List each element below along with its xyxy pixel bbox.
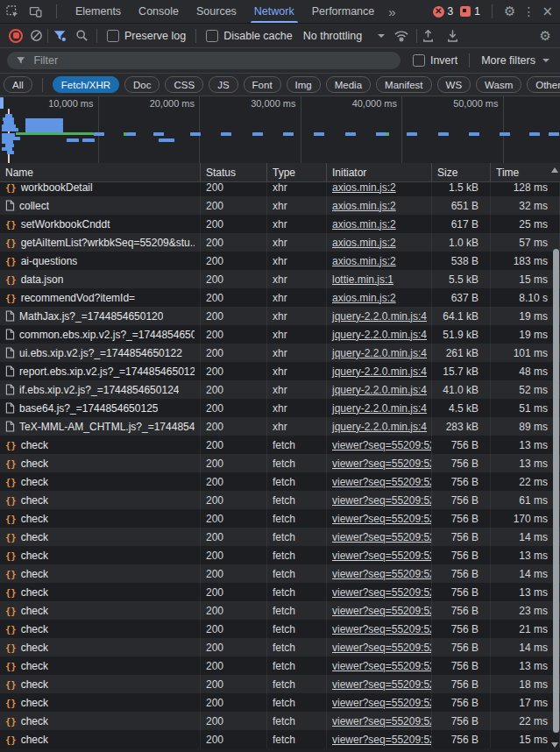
filter-input[interactable] bbox=[32, 53, 392, 67]
request-row[interactable]: {}check200fetchviewer?seq=55209:52756 B6… bbox=[0, 491, 560, 509]
network-settings-gear-icon[interactable]: ⚙ bbox=[540, 28, 555, 44]
initiator-link[interactable]: viewer?seq=55209:52 bbox=[332, 568, 432, 580]
import-har-icon[interactable] bbox=[422, 29, 435, 43]
initiator-link[interactable]: viewer?seq=55209:52 bbox=[332, 531, 432, 543]
throttling-select[interactable]: No throttling bbox=[303, 30, 385, 42]
more-tabs-button[interactable]: » bbox=[383, 4, 401, 19]
initiator-link[interactable]: viewer?seq=55209:52 bbox=[332, 550, 432, 562]
export-har-icon[interactable] bbox=[446, 29, 459, 43]
clear-network-log-icon[interactable] bbox=[30, 29, 43, 42]
console-errors-badge[interactable]: ✕ 3 bbox=[433, 5, 454, 18]
record-network-log-button[interactable] bbox=[9, 29, 23, 43]
initiator-link[interactable]: axios.min.js:2 bbox=[332, 292, 396, 304]
request-row[interactable]: {}check200fetchviewer?seq=55209:52756 B1… bbox=[0, 583, 560, 601]
column-header-name[interactable]: Name bbox=[0, 163, 201, 181]
initiator-link[interactable]: jquery-2.2.0.min.js:4 bbox=[332, 384, 427, 396]
chip-ws[interactable]: WS bbox=[437, 76, 471, 93]
initiator-link[interactable]: axios.min.js:2 bbox=[332, 237, 396, 249]
request-row[interactable]: {}ai-questions200xhraxios.min.js:2538 B1… bbox=[0, 252, 560, 270]
initiator-link[interactable]: viewer?seq=55209:52 bbox=[332, 697, 432, 709]
initiator-link[interactable]: viewer?seq=55209:52 bbox=[332, 476, 432, 488]
request-row[interactable]: TeX-MML-AM_CHTML.js?_=1744854...200xhrjq… bbox=[0, 417, 560, 436]
chip-font[interactable]: Font bbox=[244, 76, 281, 93]
request-row[interactable]: {}check200fetchviewer?seq=55209:52756 B1… bbox=[0, 436, 560, 454]
request-row[interactable]: {}check200fetchviewer?seq=55209:52756 B1… bbox=[0, 454, 560, 472]
chip-doc[interactable]: Doc bbox=[124, 76, 159, 93]
initiator-link[interactable]: jquery-2.2.0.min.js:4 bbox=[332, 402, 427, 415]
column-header-status[interactable]: Status bbox=[201, 163, 267, 181]
network-conditions-icon[interactable] bbox=[393, 29, 409, 43]
request-row[interactable]: report.ebs.xip.v2.js?_=1744854650123200x… bbox=[0, 362, 560, 380]
scrollbar-thumb[interactable] bbox=[553, 249, 559, 733]
request-row[interactable]: {}data.json200xhrlottie.min.js:15.5 kB15… bbox=[0, 270, 560, 288]
request-row[interactable]: {}check200fetchviewer?seq=55209:52756 B2… bbox=[0, 601, 560, 620]
chip-js[interactable]: JS bbox=[209, 76, 237, 93]
column-header-time[interactable]: Time bbox=[491, 163, 560, 181]
initiator-link[interactable]: axios.min.js:2 bbox=[332, 218, 396, 231]
request-row[interactable]: {}check200fetchviewer?seq=55209:52756 B1… bbox=[0, 564, 560, 583]
initiator-link[interactable]: viewer?seq=55209:52 bbox=[332, 642, 432, 654]
filter-funnel-icon[interactable] bbox=[53, 29, 67, 42]
request-row[interactable]: {}check200fetchviewer?seq=55209:52756 B2… bbox=[0, 620, 560, 638]
issues-badge[interactable]: 1 bbox=[460, 5, 480, 18]
request-row[interactable]: {}check200fetchviewer?seq=55209:52756 B1… bbox=[0, 675, 560, 693]
invert-filter-checkbox[interactable]: Invert bbox=[413, 54, 457, 67]
request-row[interactable]: {}check200fetchviewer?seq=55209:52756 B1… bbox=[0, 638, 560, 656]
search-icon[interactable] bbox=[75, 29, 89, 42]
scrollbar-up-arrow-icon[interactable] bbox=[551, 167, 558, 173]
inspect-element-icon[interactable] bbox=[5, 4, 19, 18]
initiator-link[interactable]: axios.min.js:2 bbox=[332, 181, 396, 194]
initiator-link[interactable]: jquery-2.2.0.min.js:4 bbox=[332, 310, 427, 323]
initiator-link[interactable]: jquery-2.2.0.min.js:4 bbox=[332, 421, 427, 433]
initiator-link[interactable]: jquery-2.2.0.min.js:4 bbox=[332, 329, 427, 341]
initiator-link[interactable]: lottie.min.js:1 bbox=[332, 273, 393, 286]
close-devtools-icon[interactable]: × bbox=[542, 4, 553, 19]
initiator-link[interactable]: viewer?seq=55209:52 bbox=[332, 513, 432, 525]
initiator-link[interactable]: viewer?seq=55209:52 bbox=[332, 458, 432, 470]
chip-css[interactable]: CSS bbox=[165, 76, 203, 93]
initiator-link[interactable]: viewer?seq=55209:52 bbox=[332, 715, 432, 727]
request-row[interactable]: if.ebs.xip.v2.js?_=1744854650124200xhrjq… bbox=[0, 380, 560, 399]
chip-media[interactable]: Media bbox=[326, 76, 371, 93]
network-overview-timeline[interactable]: 10,000 ms20,000 ms30,000 ms40,000 ms50,0… bbox=[0, 96, 560, 167]
request-row[interactable]: {}check200fetchviewer?seq=55209:52756 B1… bbox=[0, 546, 560, 564]
preserve-log-checkbox[interactable]: Preserve log bbox=[107, 30, 186, 42]
request-row[interactable]: {}check200fetchviewer?seq=55209:52756 B2… bbox=[0, 472, 560, 491]
column-header-type[interactable]: Type bbox=[267, 163, 327, 181]
initiator-link[interactable]: axios.min.js:2 bbox=[332, 200, 396, 212]
initiator-link[interactable]: axios.min.js:2 bbox=[332, 255, 396, 267]
initiator-link[interactable]: viewer?seq=55209:52 bbox=[332, 439, 432, 451]
settings-gear-icon[interactable]: ⚙ bbox=[504, 4, 515, 19]
request-row[interactable]: collect200xhraxios.min.js:2651 B32 ms bbox=[0, 196, 560, 215]
request-row[interactable]: common.ebs.xip.v2.js?_=1744854650...200x… bbox=[0, 325, 560, 344]
request-row[interactable]: base64.js?_=1744854650125200xhrjquery-2.… bbox=[0, 399, 560, 417]
initiator-link[interactable]: jquery-2.2.0.min.js:4 bbox=[332, 365, 427, 378]
request-row[interactable]: {}setWorkbookCnddt200xhraxios.min.js:261… bbox=[0, 215, 560, 233]
tab-console[interactable]: Console bbox=[130, 0, 188, 23]
request-row[interactable]: {}check200fetchviewer?seq=55209:52756 B1… bbox=[0, 528, 560, 546]
request-row[interactable]: ui.ebs.xip.v2.js?_=1744854650122200xhrjq… bbox=[0, 344, 560, 362]
initiator-link[interactable]: viewer?seq=55209:52 bbox=[332, 605, 432, 617]
tab-performance[interactable]: Performance bbox=[303, 0, 384, 23]
column-header-size[interactable]: Size bbox=[432, 163, 491, 181]
request-row[interactable]: {}check200fetchviewer?seq=55209:52756 B2… bbox=[0, 712, 560, 730]
chip-other[interactable]: Other bbox=[527, 76, 560, 93]
initiator-link[interactable]: viewer?seq=55209:52 bbox=[332, 623, 432, 635]
initiator-link[interactable]: viewer?seq=55209:52 bbox=[332, 586, 432, 599]
chip-fetchxhr[interactable]: Fetch/XHR bbox=[53, 76, 119, 93]
request-row[interactable]: {}getAiItemList?wrkbkSeq=55209&stu...200… bbox=[0, 233, 560, 252]
initiator-link[interactable]: viewer?seq=55209:52 bbox=[332, 678, 432, 691]
request-row[interactable]: {}check200fetchviewer?seq=55209:52756 B1… bbox=[0, 509, 560, 528]
device-toolbar-icon[interactable] bbox=[28, 4, 43, 18]
chip-all[interactable]: All bbox=[4, 76, 32, 93]
kebab-menu-icon[interactable]: ⋮ bbox=[522, 4, 535, 18]
request-row[interactable]: {}check200fetchviewer?seq=55209:52756 B1… bbox=[0, 656, 560, 675]
initiator-link[interactable]: viewer?seq=55209:52 bbox=[332, 494, 432, 507]
chip-img[interactable]: Img bbox=[287, 76, 321, 93]
request-row[interactable]: {}recommendVod?itemId=200xhraxios.min.js… bbox=[0, 288, 560, 307]
tab-sources[interactable]: Sources bbox=[188, 0, 245, 23]
more-filters-button[interactable]: More filters bbox=[481, 54, 549, 67]
request-row[interactable]: {}check200fetchviewer?seq=55209:52756 B1… bbox=[0, 730, 560, 748]
request-row[interactable]: {}check200fetchviewer?seq=55209:52756 B1… bbox=[0, 693, 560, 712]
tab-elements[interactable]: Elements bbox=[67, 0, 130, 23]
